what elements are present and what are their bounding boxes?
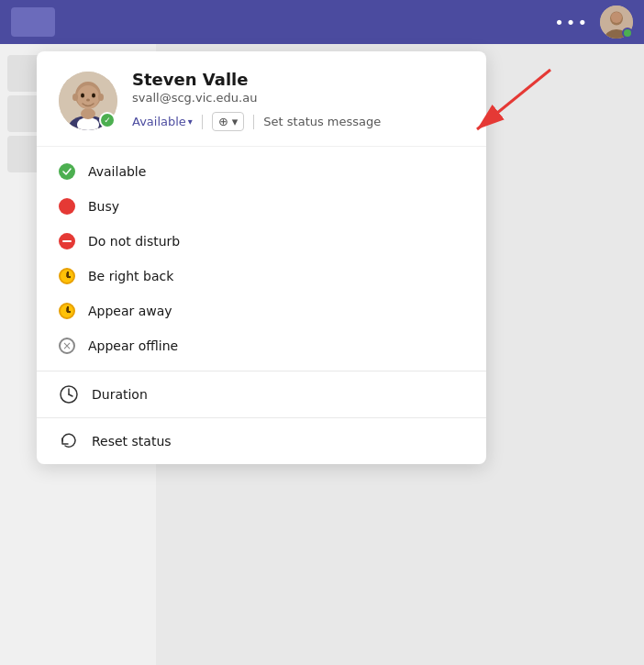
svg-line-16 — [67, 276, 70, 278]
dnd-label: Do not disturb — [88, 234, 180, 249]
reset-icon — [59, 431, 79, 451]
svg-line-21 — [69, 394, 72, 396]
profile-avatar — [59, 72, 117, 130]
add-status-chevron: ▾ — [232, 115, 239, 128]
online-status-badge — [622, 28, 633, 39]
duration-clock-icon — [59, 384, 79, 405]
brb-label: Be right back — [88, 269, 173, 283]
chevron-down-icon: ▾ — [188, 116, 193, 127]
status-dropdown-trigger[interactable]: Available ▾ — [132, 115, 193, 128]
away-clock-icon — [59, 303, 75, 319]
plus-circle-icon: ⊕ — [218, 115, 228, 128]
svg-point-12 — [81, 93, 84, 97]
content-area: Steven Valle svall@scg.vic.edu.au Availa… — [156, 44, 644, 665]
status-item-away[interactable]: Appear away — [37, 294, 486, 328]
svg-line-23 — [477, 70, 550, 129]
svg-line-18 — [67, 311, 70, 313]
status-item-dnd[interactable]: Do not disturb — [37, 224, 486, 259]
brb-clock-icon — [59, 268, 75, 284]
profile-status-badge — [99, 112, 116, 128]
svg-point-7 — [81, 108, 95, 119]
duration-label: Duration — [92, 387, 148, 402]
profile-info: Steven Valle svall@scg.vic.edu.au Availa… — [132, 70, 464, 131]
status-item-busy[interactable]: Busy — [37, 189, 486, 224]
profile-actions: Available ▾ ⊕ ▾ Set status message — [132, 112, 464, 131]
divider — [202, 115, 203, 129]
away-label: Appear away — [88, 304, 172, 318]
status-item-available[interactable]: Available — [37, 154, 486, 189]
more-options-icon[interactable]: ••• — [554, 13, 589, 32]
busy-dot — [59, 198, 75, 215]
profile-card: Steven Valle svall@scg.vic.edu.au Availa… — [37, 51, 486, 464]
user-avatar-container[interactable] — [600, 6, 633, 39]
profile-name: Steven Valle — [132, 70, 464, 89]
svg-point-13 — [92, 93, 95, 97]
profile-email: svall@scg.vic.edu.au — [132, 91, 464, 105]
divider2 — [253, 115, 254, 129]
svg-point-3 — [611, 12, 622, 23]
available-label: Available — [88, 164, 146, 179]
profile-header: Steven Valle svall@scg.vic.edu.au Availa… — [37, 51, 486, 147]
busy-label: Busy — [88, 199, 119, 214]
set-status-message-button[interactable]: Set status message — [263, 115, 381, 128]
offline-label: Appear offline — [88, 338, 178, 353]
svg-point-10 — [72, 94, 78, 101]
reset-status-label: Reset status — [92, 434, 172, 449]
add-status-button[interactable]: ⊕ ▾ — [212, 112, 244, 131]
main-area: Steven Valle svall@scg.vic.edu.au Availa… — [0, 44, 644, 665]
reset-status-item[interactable]: Reset status — [37, 418, 486, 464]
top-bar-logo — [11, 7, 55, 37]
status-dropdown: Available Busy Do not disturb — [37, 147, 486, 371]
offline-icon — [59, 338, 75, 354]
status-item-offline[interactable]: Appear offline — [37, 328, 486, 363]
top-bar: ••• — [0, 0, 644, 44]
svg-point-14 — [86, 98, 90, 101]
status-label: Available — [132, 115, 186, 128]
svg-point-11 — [98, 94, 104, 101]
available-dot — [59, 163, 75, 180]
status-item-brb[interactable]: Be right back — [37, 259, 486, 294]
top-bar-right: ••• — [554, 6, 633, 39]
dnd-dot — [59, 233, 75, 249]
duration-item[interactable]: Duration — [37, 371, 486, 418]
